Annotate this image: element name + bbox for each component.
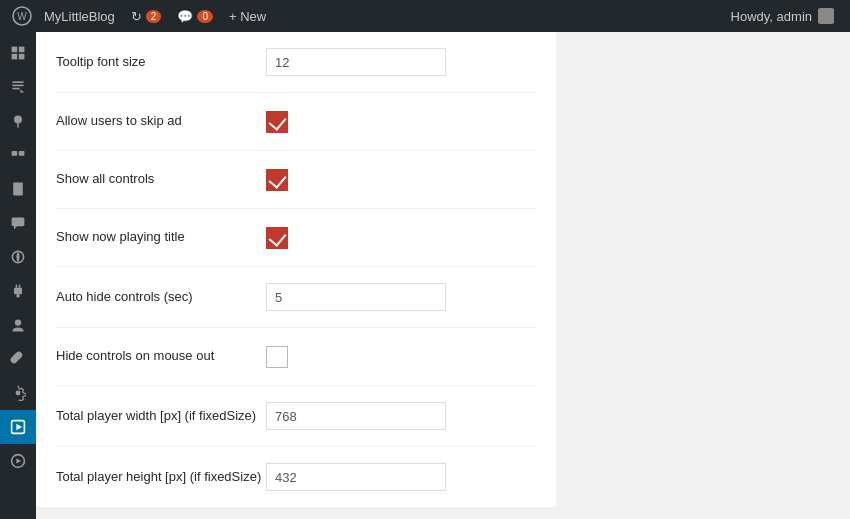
admin-bar: W MyLittleBlog ↻ 2 💬 0 + New Howdy, admi… — [0, 0, 850, 32]
checkbox-wrapper-show-all-controls[interactable] — [266, 169, 288, 191]
svg-marker-28 — [16, 424, 22, 430]
input-tooltip-font-size[interactable] — [266, 48, 446, 76]
comments-icon: 💬 — [177, 9, 193, 24]
form-row-show-all-controls: Show all controls — [56, 151, 536, 209]
sidebar-comments[interactable] — [0, 206, 36, 240]
svg-marker-30 — [16, 459, 21, 464]
svg-rect-2 — [12, 47, 18, 53]
label-player-width: Total player width [px] (if fixedSize) — [56, 407, 266, 425]
checkbox-wrapper-allow-skip-ad[interactable] — [266, 111, 288, 133]
control-tooltip-font-size — [266, 48, 536, 76]
label-show-now-playing: Show now playing title — [56, 228, 266, 246]
svg-marker-19 — [14, 226, 17, 229]
updates-button[interactable]: ↻ 2 — [123, 0, 170, 32]
svg-text:W: W — [17, 11, 27, 22]
sidebar-pages[interactable] — [0, 172, 36, 206]
label-allow-skip-ad: Allow users to skip ad — [56, 112, 266, 130]
sidebar-pin[interactable] — [0, 104, 36, 138]
svg-rect-21 — [16, 285, 18, 288]
svg-point-10 — [14, 115, 22, 123]
settings-form: Tooltip font sizeAllow users to skip adS… — [36, 32, 556, 507]
sidebar-quotes[interactable] — [0, 138, 36, 172]
checkbox-wrapper-hide-controls-mouseout[interactable] — [266, 346, 288, 368]
form-row-hide-controls-mouseout: Hide controls on mouse out — [56, 328, 536, 386]
control-player-width — [266, 402, 536, 430]
wp-logo[interactable]: W — [8, 0, 36, 32]
updates-count: 2 — [146, 10, 162, 23]
svg-rect-18 — [12, 217, 25, 226]
sidebar-media[interactable] — [0, 444, 36, 478]
label-player-height: Total player height [px] (if fixedSize) — [56, 468, 266, 486]
svg-rect-16 — [15, 188, 21, 189]
sidebar-posts[interactable] — [0, 70, 36, 104]
sidebar-plugins[interactable] — [0, 274, 36, 308]
form-row-auto-hide-controls: Auto hide controls (sec) — [56, 267, 536, 328]
svg-rect-4 — [12, 54, 18, 60]
label-show-all-controls: Show all controls — [56, 170, 266, 188]
svg-rect-22 — [19, 285, 21, 288]
control-show-all-controls — [266, 169, 536, 191]
sidebar-dashboard[interactable] — [0, 36, 36, 70]
sidebar-tools[interactable] — [0, 342, 36, 376]
control-auto-hide-controls — [266, 283, 536, 311]
updates-icon: ↻ — [131, 9, 142, 24]
checkbox-wrapper-show-now-playing[interactable] — [266, 227, 288, 249]
site-name[interactable]: MyLittleBlog — [36, 0, 123, 32]
form-row-player-height: Total player height [px] (if fixedSize) — [56, 447, 536, 507]
sidebar — [0, 32, 36, 519]
form-row-allow-skip-ad: Allow users to skip ad — [56, 93, 536, 151]
label-hide-controls-mouseout: Hide controls on mouse out — [56, 347, 266, 365]
form-row-tooltip-font-size: Tooltip font size — [56, 32, 536, 93]
svg-rect-12 — [12, 151, 18, 156]
svg-rect-24 — [16, 294, 19, 297]
svg-rect-23 — [14, 288, 22, 294]
input-player-width[interactable] — [266, 402, 446, 430]
form-row-show-now-playing: Show now playing title — [56, 209, 536, 267]
svg-point-26 — [16, 391, 21, 396]
control-allow-skip-ad — [266, 111, 536, 133]
label-auto-hide-controls: Auto hide controls (sec) — [56, 288, 266, 306]
svg-marker-9 — [20, 89, 24, 92]
svg-rect-3 — [19, 47, 25, 53]
svg-rect-5 — [19, 54, 25, 60]
howdy-text: Howdy, admin — [731, 9, 812, 24]
main-layout: Tooltip font sizeAllow users to skip adS… — [0, 32, 850, 519]
input-player-height[interactable] — [266, 463, 446, 491]
svg-rect-8 — [12, 88, 19, 90]
user-menu[interactable]: Howdy, admin — [723, 8, 842, 24]
svg-rect-6 — [12, 81, 23, 83]
svg-point-25 — [15, 319, 21, 325]
content-area: Tooltip font sizeAllow users to skip adS… — [36, 32, 850, 519]
comments-count: 0 — [197, 10, 213, 23]
control-hide-controls-mouseout — [266, 346, 536, 368]
control-player-height — [266, 463, 536, 491]
sidebar-appearance[interactable] — [0, 240, 36, 274]
svg-rect-7 — [12, 85, 23, 87]
sidebar-users[interactable] — [0, 308, 36, 342]
input-auto-hide-controls[interactable] — [266, 283, 446, 311]
svg-rect-15 — [15, 186, 21, 187]
new-label: + New — [229, 9, 266, 24]
control-show-now-playing — [266, 227, 536, 249]
label-tooltip-font-size: Tooltip font size — [56, 53, 266, 71]
svg-rect-17 — [15, 191, 19, 192]
sidebar-settings[interactable] — [0, 376, 36, 410]
user-avatar — [818, 8, 834, 24]
new-content-button[interactable]: + New — [221, 0, 274, 32]
svg-rect-13 — [19, 151, 25, 156]
sidebar-player[interactable] — [0, 410, 36, 444]
comments-button[interactable]: 💬 0 — [169, 0, 221, 32]
form-row-player-width: Total player width [px] (if fixedSize) — [56, 386, 536, 447]
